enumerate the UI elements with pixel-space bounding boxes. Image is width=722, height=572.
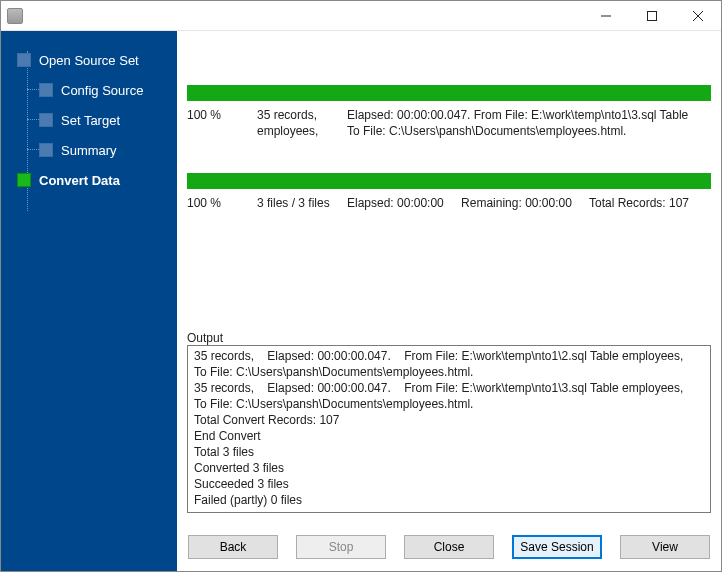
progress-row-file: 100 % 35 records, employees, Elapsed: 00… [187,107,711,139]
output-label: Output [187,331,711,345]
output-line: Total Convert Records: 107 [194,412,704,428]
output-line: 35 records, Elapsed: 00:00:00.047. From … [194,380,704,412]
output-line: Converted 3 files [194,460,704,476]
minimize-button[interactable] [583,1,629,31]
output-log[interactable]: 35 records, Elapsed: 00:00:00.047. From … [187,345,711,513]
maximize-icon [647,11,657,21]
step-box-icon [39,83,53,97]
sidebar-item-summary[interactable]: Summary [1,135,177,165]
close-icon [693,11,703,21]
close-window-button[interactable] [675,1,721,31]
progress-bar-total [187,173,711,189]
back-button[interactable]: Back [188,535,278,559]
view-button[interactable]: View [620,535,710,559]
minimize-icon [601,11,611,21]
close-button[interactable]: Close [404,535,494,559]
progress-files: 3 files / 3 files [257,195,347,211]
progress-bar-file [187,85,711,101]
output-line: Succeeded 3 files [194,476,704,492]
stop-button[interactable]: Stop [296,535,386,559]
svg-rect-1 [648,11,657,20]
step-box-icon [39,113,53,127]
progress-remaining: Remaining: 00:00:00 [461,196,572,210]
progress-percent: 100 % [187,195,257,211]
sidebar-item-convert-data[interactable]: Convert Data [1,165,177,195]
button-bar: Back Stop Close Save Session View [187,521,711,565]
sidebar-item-label: Convert Data [39,173,120,188]
progress-row-total: 100 % 3 files / 3 files Elapsed: 00:00:0… [187,195,711,211]
progress-percent: 100 % [187,107,257,139]
sidebar-item-label: Config Source [61,83,143,98]
sidebar-item-open-source-set[interactable]: Open Source Set [1,45,177,75]
output-line: End Convert [194,428,704,444]
output-line: Total 3 files [194,444,704,460]
content-pane: 100 % 35 records, employees, Elapsed: 00… [177,31,721,572]
step-box-active-icon [17,173,31,187]
maximize-button[interactable] [629,1,675,31]
progress-detail-line: To File: C:\Users\pansh\Documents\employ… [347,123,711,139]
sidebar-item-set-target[interactable]: Set Target [1,105,177,135]
step-box-icon [39,143,53,157]
sidebar-item-label: Summary [61,143,117,158]
progress-total-records: Total Records: 107 [589,196,689,210]
output-line: Failed (partly) 0 files [194,492,704,508]
progress-elapsed: Elapsed: 00:00:00 [347,196,444,210]
progress-table: employees, [257,123,347,139]
progress-records: 35 records, [257,107,347,123]
wizard-sidebar: Open Source Set Config Source Set Target… [1,31,177,572]
titlebar [1,1,721,31]
progress-detail-line: Elapsed: 00:00:00.047. From File: E:\wor… [347,107,711,123]
save-session-button[interactable]: Save Session [512,535,602,559]
sidebar-item-label: Set Target [61,113,120,128]
output-line: 35 records, Elapsed: 00:00:00.047. From … [194,348,704,380]
sidebar-item-label: Open Source Set [39,53,139,68]
step-box-icon [17,53,31,67]
sidebar-item-config-source[interactable]: Config Source [1,75,177,105]
app-icon [7,8,23,24]
